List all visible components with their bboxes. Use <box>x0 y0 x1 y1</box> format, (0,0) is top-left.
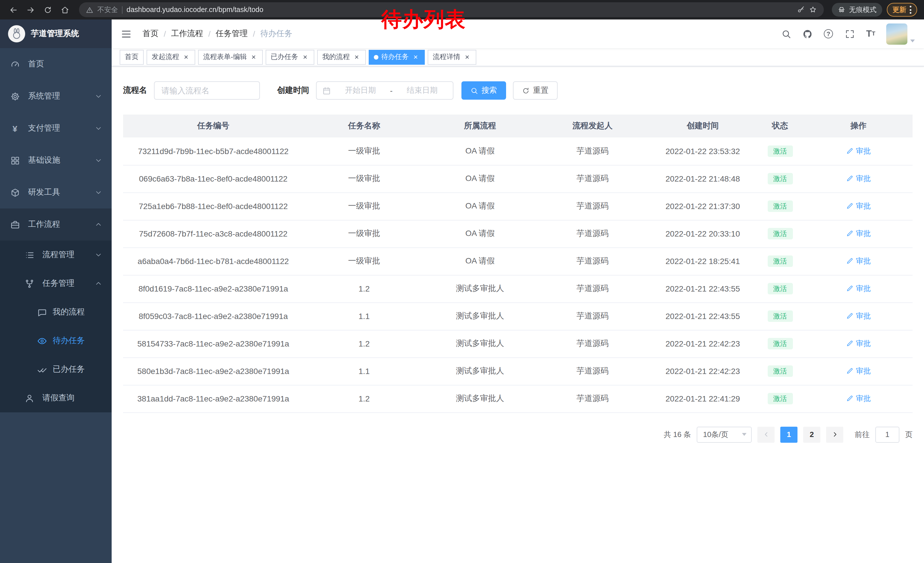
sidebar-item-todo-task[interactable]: 待办任务 <box>0 326 112 355</box>
tab[interactable]: 已办任务 × <box>266 50 314 65</box>
fullscreen-icon[interactable] <box>844 28 855 39</box>
calendar-icon <box>322 86 331 95</box>
browser-forward-button[interactable] <box>24 3 37 16</box>
create-time-range-picker[interactable]: 开始日期 - 结束日期 <box>316 81 453 100</box>
approve-link[interactable]: 审批 <box>846 174 871 184</box>
status-badge: 激活 <box>767 338 793 349</box>
close-icon[interactable]: × <box>352 53 361 61</box>
tab[interactable]: 流程表单-编辑 × <box>198 50 263 65</box>
tab[interactable]: 首页 <box>120 50 144 65</box>
cell-initiator: 芋道源码 <box>535 275 650 302</box>
end-date-placeholder[interactable]: 结束日期 <box>397 86 447 96</box>
cell-status: 激活 <box>756 275 804 302</box>
process-name-input[interactable] <box>154 81 260 100</box>
caret-down-icon <box>910 39 915 42</box>
avatar[interactable] <box>886 23 908 44</box>
cell-action: 审批 <box>804 220 912 248</box>
page-size-select[interactable]: 10条/页 <box>697 426 752 443</box>
sidebar-item-done-task[interactable]: 已办任务 <box>0 355 112 384</box>
sidebar-item-infrastructure[interactable]: 基础设施 <box>0 144 112 176</box>
browser-reload-button[interactable] <box>41 3 54 16</box>
tab[interactable]: 待办任务 × <box>369 50 425 65</box>
cell-initiator: 芋道源码 <box>535 137 650 165</box>
prev-page-button[interactable] <box>758 426 775 443</box>
close-icon[interactable]: × <box>463 53 471 61</box>
tab[interactable]: 发起流程 × <box>147 50 195 65</box>
sidebar-item-system[interactable]: 系统管理 <box>0 80 112 112</box>
close-icon[interactable]: × <box>301 53 309 61</box>
browser-update-button[interactable]: 更新 <box>887 3 917 17</box>
insecure-warning-icon[interactable] <box>86 6 93 14</box>
page-number-1[interactable]: 1 <box>780 426 798 443</box>
col-initiator: 流程发起人 <box>535 114 650 137</box>
table-row: 75d72608-7b7f-11ec-a3c8-acde48001122 一级审… <box>123 220 912 248</box>
next-page-button[interactable] <box>826 426 843 443</box>
chevron-up-icon <box>95 280 102 287</box>
status-badge: 激活 <box>767 311 793 322</box>
approve-link[interactable]: 审批 <box>846 393 871 404</box>
status-badge: 激活 <box>767 228 793 239</box>
help-icon[interactable]: ? <box>823 28 834 39</box>
approve-label: 审批 <box>856 284 871 294</box>
approve-link[interactable]: 审批 <box>846 366 871 376</box>
sidebar-item-leave-query[interactable]: 请假查询 <box>0 384 112 412</box>
search-icon[interactable] <box>780 28 792 39</box>
table-header-row: 任务编号 任务名称 所属流程 流程发起人 创建时间 状态 操作 <box>123 114 912 137</box>
cell-create-time: 2022-01-21 22:43:55 <box>650 275 756 302</box>
cell-task-id: 580e1b3d-7ac8-11ec-a9e2-a2380e71991a <box>123 357 303 385</box>
github-icon[interactable] <box>801 28 813 39</box>
close-icon[interactable]: × <box>182 53 190 61</box>
approve-link[interactable]: 审批 <box>846 256 871 266</box>
approve-link[interactable]: 审批 <box>846 146 871 156</box>
tab[interactable]: 流程详情 × <box>428 50 476 65</box>
cell-action: 审批 <box>804 165 912 192</box>
sidebar-item-my-process[interactable]: 我的流程 <box>0 298 112 326</box>
chevron-down-icon <box>95 251 102 258</box>
omnibox-divider <box>122 6 123 14</box>
sidebar-item-home[interactable]: 首页 <box>0 48 112 80</box>
password-key-icon[interactable] <box>797 6 805 14</box>
start-date-placeholder[interactable]: 开始日期 <box>336 86 386 96</box>
sidebar-item-payment[interactable]: ¥ 支付管理 <box>0 112 112 144</box>
table-row: 381aa1dd-7ac8-11ec-a9e2-a2380e71991a 1.2… <box>123 385 912 412</box>
breadcrumb-task-management[interactable]: 任务管理 <box>216 29 248 39</box>
cell-process: 测试多审批人 <box>425 302 535 330</box>
sidebar-collapse-icon[interactable] <box>121 27 134 40</box>
breadcrumb-workflow[interactable]: 工作流程 <box>171 29 203 39</box>
search-button[interactable]: 搜索 <box>461 81 506 100</box>
browser-menu-icon[interactable] <box>910 6 911 14</box>
user-menu[interactable] <box>886 23 915 44</box>
todo-list-annotation: 待办列表 <box>381 6 466 34</box>
goto-page-input[interactable] <box>875 426 899 443</box>
page-url[interactable]: dashboard.yudao.iocoder.cn/bpm/task/todo <box>126 6 263 14</box>
cell-initiator: 芋道源码 <box>535 165 650 192</box>
chevron-down-icon <box>95 93 102 100</box>
sidebar-item-task-management[interactable]: 任务管理 <box>0 269 112 298</box>
approve-link[interactable]: 审批 <box>846 284 871 294</box>
sidebar-item-devtools[interactable]: 研发工具 <box>0 176 112 209</box>
bookmark-star-icon[interactable] <box>809 6 817 14</box>
font-size-icon[interactable]: TT <box>865 28 876 39</box>
breadcrumb-home[interactable]: 首页 <box>142 29 159 39</box>
sidebar-item-workflow[interactable]: 工作流程 <box>0 209 112 240</box>
cell-task-name: 一级审批 <box>303 137 425 165</box>
cell-initiator: 芋道源码 <box>535 357 650 385</box>
status-badge: 激活 <box>767 200 793 212</box>
reset-button[interactable]: 重置 <box>513 81 558 100</box>
browser-home-button[interactable] <box>58 3 71 16</box>
sidebar-item-process-management[interactable]: 流程管理 <box>0 240 112 269</box>
app-logo[interactable]: 芋道管理系统 <box>0 20 112 48</box>
breadcrumb: 首页 / 工作流程 / 任务管理 / 待办任务 <box>142 29 292 39</box>
tab-label: 我的流程 <box>322 52 350 62</box>
table-row: 725a1eb6-7b88-11ec-8ef0-acde48001122 一级审… <box>123 192 912 220</box>
approve-link[interactable]: 审批 <box>846 311 871 321</box>
browser-back-button[interactable] <box>7 3 20 16</box>
tab[interactable]: 我的流程 × <box>317 50 366 65</box>
close-icon[interactable]: × <box>412 53 420 61</box>
approve-link[interactable]: 审批 <box>846 338 871 349</box>
approve-link[interactable]: 审批 <box>846 228 871 239</box>
page-number-2[interactable]: 2 <box>803 426 820 443</box>
close-icon[interactable]: × <box>250 53 258 61</box>
approve-link[interactable]: 审批 <box>846 201 871 211</box>
cell-task-id: 381aa1dd-7ac8-11ec-a9e2-a2380e71991a <box>123 385 303 412</box>
